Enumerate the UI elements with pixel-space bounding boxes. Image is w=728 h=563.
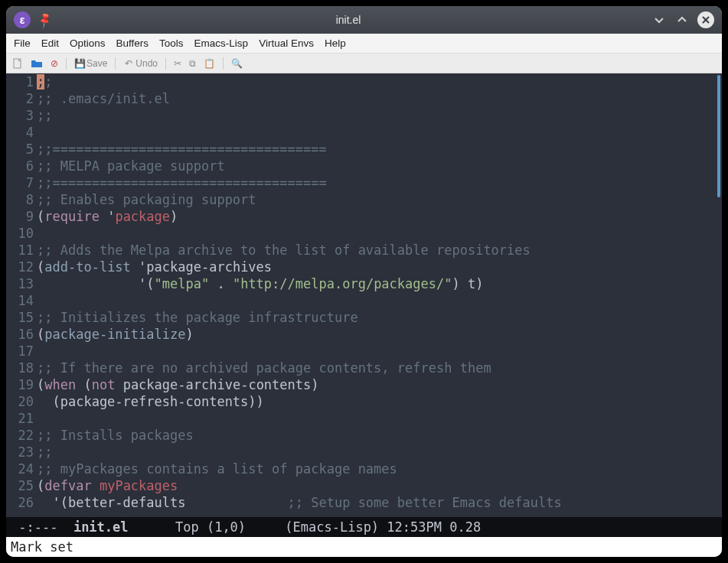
open-file-icon[interactable] — [29, 58, 44, 69]
toolbar: ⊘ 💾Save ↶Undo ✂ ⧉ 📋 🔍 — [6, 54, 722, 73]
titlebar[interactable]: ε 📌 init.el — [6, 6, 722, 34]
modeline-status: -:--- — [11, 519, 66, 535]
modeline-filename: init.el — [66, 519, 129, 535]
toolbar-separator — [223, 57, 224, 70]
menu-buffers[interactable]: Buffers — [113, 36, 152, 50]
save-label: Save — [87, 58, 107, 69]
editor-area[interactable]: 1 2 3 4 5 6 7 8 9 10 11 12 13 14 15 16 1… — [6, 73, 722, 517]
scrollbar[interactable] — [716, 73, 722, 517]
close-icon[interactable] — [697, 11, 714, 28]
code-content[interactable]: ;; ;; .emacs/init.el ;; ;;==============… — [37, 73, 716, 517]
menu-options[interactable]: Options — [67, 36, 109, 50]
modeline: -:--- init.el Top (1,0) (Emacs-Lisp) 12:… — [6, 517, 722, 537]
modeline-pad — [129, 519, 175, 535]
modeline-mode: (Emacs-Lisp) — [285, 519, 379, 535]
scrollbar-thumb[interactable] — [717, 75, 720, 197]
minibuffer[interactable]: Mark set — [6, 537, 722, 557]
cut-icon[interactable]: ✂ — [172, 58, 183, 69]
menu-file[interactable]: File — [11, 36, 34, 50]
menu-edit[interactable]: Edit — [38, 36, 62, 50]
toolbar-separator — [66, 57, 67, 70]
window-title: init.el — [51, 14, 645, 26]
toolbar-separator — [115, 57, 116, 70]
maximize-icon[interactable] — [673, 11, 691, 29]
menu-help[interactable]: Help — [322, 36, 349, 50]
paste-icon[interactable]: 📋 — [202, 58, 217, 69]
modeline-time: 12:53PM 0.28 — [379, 519, 481, 535]
new-file-icon[interactable] — [11, 58, 24, 69]
copy-icon[interactable]: ⧉ — [188, 58, 198, 69]
search-icon[interactable]: 🔍 — [230, 58, 244, 69]
modeline-pad — [246, 519, 285, 535]
menu-tools[interactable]: Tools — [156, 36, 187, 50]
minimize-icon[interactable] — [650, 11, 668, 29]
stop-icon[interactable]: ⊘ — [49, 58, 60, 69]
menubar: File Edit Options Buffers Tools Emacs-Li… — [6, 34, 722, 54]
emacs-window: ε 📌 init.el File Edit Options Buffers To… — [6, 6, 722, 557]
menu-virtual-envs[interactable]: Virtual Envs — [256, 36, 317, 50]
modeline-position: Top (1,0) — [175, 519, 246, 535]
undo-button[interactable]: ↶Undo — [122, 58, 159, 69]
menu-emacs-lisp[interactable]: Emacs-Lisp — [191, 36, 252, 50]
undo-label: Undo — [135, 58, 158, 69]
emacs-app-icon: ε — [14, 11, 31, 28]
line-number-gutter: 1 2 3 4 5 6 7 8 9 10 11 12 13 14 15 16 1… — [6, 73, 37, 517]
save-button[interactable]: 💾Save — [73, 58, 109, 69]
toolbar-separator — [165, 57, 166, 70]
